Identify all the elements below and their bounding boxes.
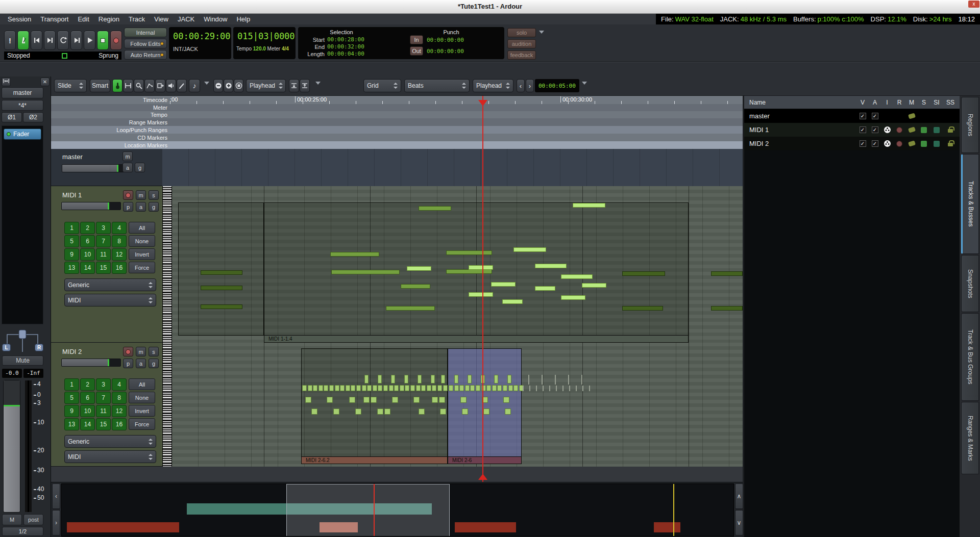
active-checkbox[interactable]: ✓ [872,140,878,147]
cell-ss[interactable] [943,141,958,146]
midi-input-icon[interactable] [884,140,891,147]
midi-note[interactable] [305,397,311,403]
midi-note[interactable] [486,385,491,391]
tool-audition-button[interactable] [166,79,176,92]
midi-note[interactable] [404,375,408,383]
menu-edit[interactable]: Edit [73,15,93,23]
go-to-end-button[interactable] [44,31,56,50]
midi1-track-canvas[interactable]: MIDI 1-1.4 [172,186,743,343]
nudge-back-button[interactable]: ‹ [517,79,525,92]
secondary-clock[interactable]: 015|03|0000 Tempo 120.0 Meter 4/4 [233,27,296,59]
summary-scroll-left-button[interactable]: ‹ [52,483,60,509]
midi-note[interactable] [481,385,486,391]
tool-note-button[interactable]: ♪ [189,79,200,92]
midi-region[interactable] [178,202,264,336]
midi-note[interactable] [394,385,399,391]
menu-window[interactable]: Window [199,15,232,23]
midi-note[interactable] [362,385,366,391]
cell-si[interactable] [930,127,943,133]
tab-snapshots[interactable]: Snapshots [961,255,979,312]
ruler-range-markers[interactable]: Range Markers [51,118,744,126]
chevron-down-icon[interactable] [204,82,209,85]
cell-si[interactable] [930,141,943,147]
midi-note[interactable] [335,385,339,391]
solo-isolate-icon[interactable] [934,141,940,147]
midi-note[interactable] [622,271,665,276]
active-checkbox[interactable]: ✓ [872,126,878,133]
cell-r[interactable] [893,141,905,147]
selection-start-value[interactable]: 00:00:28:00 [327,36,378,43]
midi-note[interactable] [446,269,492,274]
midi-channel-1[interactable]: 1 [64,378,79,391]
master-track-canvas[interactable] [162,149,743,186]
midi-note[interactable] [349,397,355,403]
midi-note[interactable] [371,397,377,403]
edit-group-icon[interactable] [908,126,915,133]
cell-s[interactable] [918,127,930,133]
midi-channel-11[interactable]: 11 [96,405,111,417]
midi-note[interactable] [329,385,334,391]
midi-note[interactable] [469,292,493,297]
midi-note[interactable] [431,375,435,383]
tab-ranges-marks[interactable]: Ranges & Marks [961,402,979,474]
channel-invert-button[interactable]: Invert [129,248,155,260]
grid-type-dropdown[interactable]: Beats [404,79,470,92]
pan-left-button[interactable]: L [2,344,11,351]
channel-all-button[interactable]: All [129,222,155,234]
visible-checkbox[interactable]: ✓ [860,140,866,147]
menu-jack[interactable]: JACK [173,15,199,23]
midi-note[interactable] [410,385,415,391]
midi-note[interactable] [494,375,498,383]
midi-note[interactable] [330,252,379,257]
channel-all-button[interactable]: All [129,378,155,390]
track-name-label[interactable]: MIDI 2 [62,348,82,355]
loop-button[interactable] [57,31,69,50]
midi-note[interactable] [568,375,569,385]
chevron-down-icon[interactable] [315,82,321,85]
shrink-tracks-button[interactable] [289,79,299,92]
midi-note[interactable] [529,386,530,391]
column-header-name[interactable]: Name [744,99,856,106]
cell-m[interactable] [905,114,918,118]
edit-group-icon[interactable] [908,140,915,147]
midi-note[interactable] [513,247,546,252]
midi-note[interactable] [311,408,317,415]
midi-note[interactable] [576,386,577,391]
group-button[interactable]: *4* [2,100,43,111]
midi-note[interactable] [507,375,511,383]
midi-channel-10[interactable]: 10 [80,405,95,417]
cell-m[interactable] [905,141,918,146]
midi-note[interactable] [340,385,345,391]
midi-channel-1[interactable]: 1 [64,222,79,234]
tool-grab-button[interactable] [112,79,122,92]
midi-note[interactable] [556,386,557,391]
midi-note[interactable] [468,375,472,383]
midi-note[interactable] [573,203,605,208]
midi-note[interactable] [302,385,307,391]
cell-a[interactable]: ✓ [869,126,881,133]
ruler-content[interactable] [170,118,744,126]
midi-note[interactable] [313,385,317,391]
tool-draw-button[interactable] [144,79,155,92]
summary-scroll-up-button[interactable]: ∧ [735,483,743,509]
tab-tracks-busses[interactable]: Tracks & Busses [961,154,979,254]
summary-body[interactable] [61,483,734,536]
midi-channel-6[interactable]: 6 [80,392,95,404]
menu-transport[interactable]: Transport [36,15,73,23]
midi-note[interactable] [351,385,355,391]
punch-out-value[interactable]: 00:00:00:00 [427,48,464,55]
column-header-i[interactable]: I [881,99,893,106]
group-button[interactable]: g [135,163,145,172]
play-button[interactable] [84,31,95,50]
midi-note[interactable] [503,397,509,403]
mono-button[interactable]: M [2,514,22,525]
midi-note[interactable] [378,375,382,383]
auto-return-button[interactable]: Auto Return [124,50,167,60]
midi-note[interactable] [355,408,361,415]
pan-right-button[interactable]: R [35,344,43,351]
midi-note[interactable] [377,408,383,415]
phase-invert-1-button[interactable]: Ø1 [2,112,22,122]
menu-view[interactable]: View [150,15,173,23]
column-header-ss[interactable]: SS [943,99,958,106]
cell-a[interactable]: ✓ [869,113,881,119]
